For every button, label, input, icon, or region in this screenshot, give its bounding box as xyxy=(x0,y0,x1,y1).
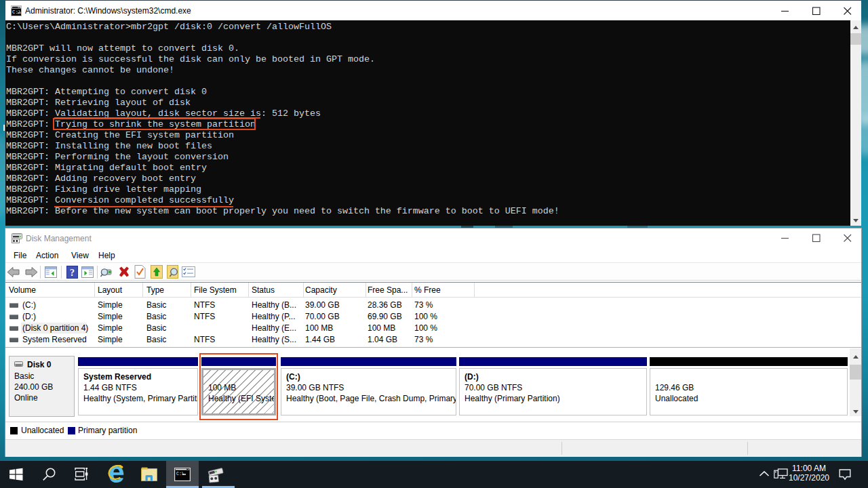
svg-text:C:\: C:\ xyxy=(176,472,184,476)
svg-text:?: ? xyxy=(70,268,75,278)
svg-text:C:\: C:\ xyxy=(12,9,22,15)
